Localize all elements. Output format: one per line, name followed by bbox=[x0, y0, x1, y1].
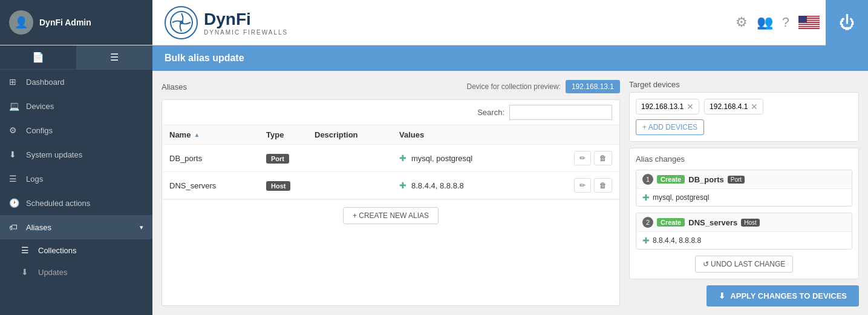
delete-dns-button[interactable]: 🗑 bbox=[594, 178, 612, 193]
device-tag-1: 192.168.13.1 ✕ bbox=[636, 99, 699, 114]
search-row: Search: bbox=[162, 100, 619, 125]
sidebar-item-label-updates: Updates bbox=[38, 268, 67, 277]
power-button[interactable]: ⏻ bbox=[826, 0, 868, 45]
row-dns-name: DNS_servers bbox=[169, 181, 266, 190]
settings-icon[interactable]: ⚙ bbox=[736, 15, 748, 30]
left-panel: Aliases Device for collection preview: 1… bbox=[162, 80, 620, 306]
table-row: DB_ports Port ✚ mysql, postgresql ✏ 🗑 bbox=[162, 145, 619, 172]
target-devices-box: 192.168.13.1 ✕ 192.168.4.1 ✕ + ADD DEVIC… bbox=[629, 92, 859, 142]
change-values-2: ✚ 8.8.4.4, 8.8.8.8 bbox=[636, 231, 852, 249]
collections-icon: ☰ bbox=[21, 245, 32, 255]
col-name-header[interactable]: Name ▲ bbox=[169, 130, 266, 139]
change-item-1: 1 Create DB_ports Port ✚ mysql, postgres… bbox=[636, 170, 852, 207]
change-name-2: DNS_servers bbox=[688, 218, 737, 227]
content-body: Aliases Device for collection preview: 1… bbox=[152, 71, 868, 315]
add-dns-value-icon: ✚ bbox=[399, 181, 406, 190]
main-layout: 📄 ☰ ⊞ Dashboard 💻 Devices ⚙ Configs ⬇ Sy… bbox=[0, 45, 868, 315]
alias-changes-label: Alias changes bbox=[636, 154, 852, 164]
sidebar-item-label-aliases: Aliases bbox=[26, 223, 51, 232]
create-new-alias-button[interactable]: + CREATE NEW ALIAS bbox=[343, 207, 439, 224]
logs-icon: ☰ bbox=[9, 174, 20, 184]
undo-btn-label: ↺ UNDO LAST CHANGE bbox=[703, 260, 785, 268]
device-tag-2: 192.168.4.1 ✕ bbox=[704, 99, 763, 114]
device-dropdown[interactable]: 192.168.13.1 bbox=[566, 80, 620, 93]
sidebar-tab-menu[interactable]: ☰ bbox=[76, 45, 152, 69]
aliases-table: Search: Name ▲ Type Description bbox=[162, 99, 620, 306]
sidebar-item-system-updates[interactable]: ⬇ System updates bbox=[0, 142, 152, 167]
change-plus-icon-1: ✚ bbox=[642, 193, 650, 202]
change-badge-2: Host bbox=[741, 219, 760, 227]
svg-rect-10 bbox=[798, 24, 820, 25]
sidebar-item-label-logs: Logs bbox=[26, 174, 43, 184]
undo-button[interactable]: ↺ UNDO LAST CHANGE bbox=[695, 256, 793, 273]
search-input[interactable] bbox=[509, 105, 612, 120]
change-item-2: 2 Create DNS_servers Host ✚ 8.8.4.4, 8.8… bbox=[636, 213, 852, 250]
system-updates-icon: ⬇ bbox=[9, 150, 20, 159]
add-devices-label: + ADD DEVICES bbox=[642, 123, 697, 131]
table-header: Name ▲ Type Description Values bbox=[162, 125, 619, 145]
sidebar-item-updates[interactable]: ⬇ Updates bbox=[0, 261, 152, 283]
sidebar-item-label-scheduled-actions: Scheduled actions bbox=[26, 199, 90, 208]
change-header-2: 2 Create DNS_servers Host bbox=[636, 213, 852, 231]
chevron-down-icon: ▾ bbox=[140, 224, 143, 231]
sidebar-item-collections[interactable]: ☰ Collections bbox=[0, 239, 152, 261]
delete-db-ports-button[interactable]: 🗑 bbox=[594, 151, 612, 165]
sidebar-item-label-configs: Configs bbox=[26, 126, 53, 135]
apply-changes-button[interactable]: ⬇ APPLY CHANGES TO DEVICES bbox=[706, 285, 859, 307]
col-type-header: Type bbox=[266, 130, 315, 139]
language-flag[interactable] bbox=[798, 16, 820, 29]
device-preview: Device for collection preview: 192.168.1… bbox=[467, 80, 620, 93]
col-desc-label: Description bbox=[315, 130, 358, 139]
svg-rect-15 bbox=[798, 16, 807, 23]
alias-changes-box: Alias changes 1 Create DB_ports Port ✚ m… bbox=[629, 148, 859, 279]
col-desc-header: Description bbox=[315, 130, 399, 139]
svg-point-1 bbox=[180, 21, 183, 24]
change-values-text-1: mysql, postgresql bbox=[653, 193, 709, 202]
col-values-label: Values bbox=[399, 130, 424, 139]
users-icon[interactable]: 👥 bbox=[757, 15, 773, 30]
sidebar-item-configs[interactable]: ⚙ Configs bbox=[0, 118, 152, 142]
aliases-label: Aliases bbox=[162, 82, 187, 91]
sidebar-item-devices[interactable]: 💻 Devices bbox=[0, 94, 152, 118]
change-num-2: 2 bbox=[642, 217, 653, 228]
create-btn-label: + CREATE NEW ALIAS bbox=[353, 211, 429, 220]
device-ip-2: 192.168.4.1 bbox=[710, 102, 748, 111]
logo-svg bbox=[169, 10, 194, 35]
devices-row: 192.168.13.1 ✕ 192.168.4.1 ✕ bbox=[636, 99, 852, 114]
logo-dynfi: DynFi bbox=[204, 10, 288, 29]
change-num-1: 1 bbox=[642, 174, 653, 185]
sidebar-tab-pages[interactable]: 📄 bbox=[0, 45, 76, 69]
change-badge-1: Port bbox=[728, 176, 745, 184]
db-ports-values-text: mysql, postgresql bbox=[411, 154, 472, 163]
sidebar-item-scheduled-actions[interactable]: 🕐 Scheduled actions bbox=[0, 191, 152, 215]
apply-btn-label: APPLY CHANGES TO DEVICES bbox=[730, 291, 847, 300]
logo-text: DynFi DYNAMIC FIREWALLS bbox=[204, 10, 288, 36]
sidebar-item-logs[interactable]: ☰ Logs bbox=[0, 167, 152, 191]
target-devices-section: Target devices 192.168.13.1 ✕ 192.168.4.… bbox=[629, 80, 859, 142]
top-header: 👤 DynFi Admin DynFi DYNAMIC FIREWALLS ⚙ … bbox=[0, 0, 868, 45]
table-row: DNS_servers Host ✚ 8.8.4.4, 8.8.8.8 ✏ 🗑 bbox=[162, 172, 619, 199]
sort-icon: ▲ bbox=[194, 131, 200, 138]
badge-port: Port bbox=[266, 154, 289, 164]
admin-name: DynFi Admin bbox=[39, 18, 91, 27]
row-db-ports-name: DB_ports bbox=[169, 154, 266, 163]
col-name-label: Name bbox=[169, 130, 191, 139]
remove-device-2-button[interactable]: ✕ bbox=[751, 102, 758, 111]
create-alias-area: + CREATE NEW ALIAS bbox=[162, 199, 619, 231]
add-value-icon: ✚ bbox=[399, 153, 406, 163]
sidebar-item-dashboard[interactable]: ⊞ Dashboard bbox=[0, 70, 152, 94]
edit-dns-button[interactable]: ✏ bbox=[574, 178, 591, 193]
change-plus-icon-2: ✚ bbox=[642, 236, 650, 245]
sidebar-item-aliases[interactable]: 🏷 Aliases ▾ bbox=[0, 215, 152, 239]
page-title: Bulk alias update bbox=[152, 45, 868, 71]
change-values-text-2: 8.8.4.4, 8.8.8.8 bbox=[653, 236, 701, 245]
help-icon[interactable]: ? bbox=[782, 15, 789, 30]
search-label: Search: bbox=[477, 108, 504, 117]
edit-db-ports-button[interactable]: ✏ bbox=[574, 151, 591, 165]
right-panel: Target devices 192.168.13.1 ✕ 192.168.4.… bbox=[629, 80, 859, 306]
devices-icon: 💻 bbox=[9, 101, 20, 111]
remove-device-1-button[interactable]: ✕ bbox=[687, 102, 694, 111]
add-devices-button[interactable]: + ADD DEVICES bbox=[636, 119, 704, 135]
row-dns-type: Host bbox=[266, 181, 315, 190]
avatar: 👤 bbox=[9, 10, 33, 35]
